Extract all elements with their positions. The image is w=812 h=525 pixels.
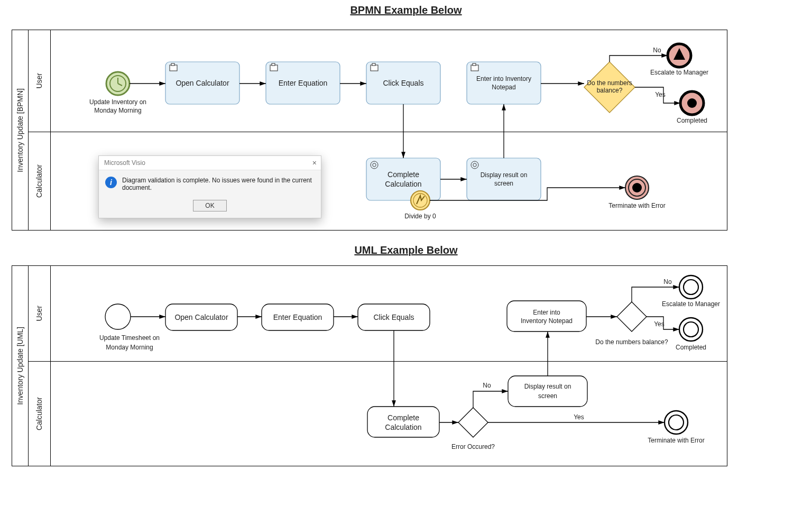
svg-text:Enter Equation: Enter Equation (273, 313, 322, 321)
uml-lane-calc-label: Calculator (28, 361, 50, 467)
bpmn-end-terminate (625, 176, 649, 199)
svg-rect-6 (171, 63, 174, 66)
uml-task-click-equals: Click Equals (358, 304, 430, 330)
bpmn-task-enter-inventory: Enter into Inventory Notepad (467, 62, 541, 104)
svg-point-58 (679, 275, 703, 299)
svg-text:Inventory Notepad: Inventory Notepad (521, 317, 573, 325)
svg-text:Complete: Complete (387, 170, 419, 179)
svg-marker-57 (617, 302, 647, 331)
uml-balance-yes-label: Yes (654, 320, 665, 328)
uml-pool: Inventory Update [UML] User Calculator U… (12, 265, 727, 466)
svg-point-60 (679, 318, 703, 341)
bpmn-task-display: Display result on screen (467, 158, 541, 200)
svg-rect-54 (507, 301, 586, 331)
uml-gateway-error (458, 408, 488, 437)
uml-gateway-balance (617, 302, 647, 331)
bpmn-section-title: BPMN Example Below (0, 4, 812, 16)
svg-rect-13 (371, 65, 378, 71)
uml-task-open-calc: Open Calculator (165, 304, 237, 330)
uml-section-title: UML Example Below (0, 244, 812, 256)
uml-task-enter-equation: Enter Equation (262, 304, 334, 330)
svg-rect-66 (508, 376, 587, 407)
uml-start-label-l1: Update Timesheet on (99, 334, 160, 342)
bpmn-error-event-divide0 (411, 191, 430, 210)
info-icon: i (105, 177, 117, 188)
uml-balance-no-label: No (663, 278, 672, 285)
visio-dialog: Microsoft Visio × i Diagram validation i… (98, 155, 321, 218)
bpmn-task-enter-equation: Enter Equation (266, 62, 340, 104)
svg-rect-33 (467, 158, 541, 200)
uml-terminate-label: Terminate with Error (648, 437, 704, 444)
uml-task-enter-inventory: Enter into Inventory Notepad (507, 301, 586, 331)
svg-rect-10 (272, 63, 275, 66)
uml-gateway-error-label: Error Occured? (451, 443, 495, 450)
bpmn-end-completed-label: Completed (677, 117, 707, 124)
bpmn-pool: Inventory Update [BPMN] User Calculator … (12, 30, 727, 231)
dialog-ok-button[interactable]: OK (193, 200, 226, 211)
svg-rect-28 (366, 158, 440, 200)
svg-point-42 (632, 183, 642, 192)
uml-gateway-balance-label: Do the numbers balance? (595, 338, 668, 346)
dialog-title-text: Microsoft Visio (104, 159, 145, 167)
uml-end-escalate-label: Escalate to Manager (662, 300, 720, 308)
bpmn-terminate-label: Terminate with Error (608, 202, 665, 209)
uml-end-escalate (679, 275, 703, 299)
svg-text:Calculation: Calculation (385, 423, 421, 431)
bpmn-flow-no-label: No (653, 47, 661, 54)
svg-text:screen: screen (494, 180, 513, 187)
svg-text:Enter Equation: Enter Equation (279, 79, 328, 87)
uml-start-label-l2: Monday Morning (106, 344, 153, 351)
svg-text:Complete: Complete (387, 413, 419, 422)
svg-text:balance?: balance? (597, 87, 623, 94)
svg-text:screen: screen (538, 392, 557, 400)
uml-flow-no-label: No (483, 382, 491, 389)
svg-point-27 (687, 98, 697, 108)
uml-end-completed (679, 318, 703, 341)
svg-point-69 (665, 411, 688, 434)
bpmn-gateway-balance: Do the numbers balance? (584, 62, 635, 113)
svg-text:Click Equals: Click Equals (383, 79, 423, 87)
bpmn-lane-calc-label: Calculator (28, 132, 50, 231)
bpmn-start-label-l1: Update Inventory on (89, 98, 146, 106)
bpmn-start-event (106, 72, 130, 95)
bpmn-start-label-l2: Monday Morning (94, 107, 141, 114)
svg-rect-14 (372, 63, 375, 66)
uml-task-complete: Complete Calculation (367, 407, 439, 437)
bpmn-task-complete: Complete Calculation (366, 158, 440, 200)
svg-text:Enter into: Enter into (533, 309, 560, 316)
svg-rect-9 (270, 65, 278, 71)
svg-text:Open Calculator: Open Calculator (176, 79, 229, 87)
svg-rect-5 (170, 65, 177, 71)
svg-text:Do the numbers: Do the numbers (587, 79, 632, 87)
svg-rect-62 (367, 407, 439, 437)
uml-pool-label: Inventory Update [UML] (12, 266, 29, 466)
bpmn-end-escalate-label: Escalate to Manager (650, 69, 708, 76)
svg-text:Click Equals: Click Equals (373, 313, 414, 321)
svg-text:Open Calculator: Open Calculator (174, 313, 228, 321)
svg-text:Display result on: Display result on (481, 171, 528, 179)
uml-flow-yes-label: Yes (574, 413, 584, 421)
bpmn-end-completed (680, 91, 704, 115)
bpmn-divide0-label: Divide by 0 (404, 213, 436, 220)
bpmn-task-click-equals: Click Equals (366, 62, 440, 104)
svg-rect-17 (471, 65, 478, 71)
uml-end-terminate (665, 411, 688, 434)
uml-start-event (105, 304, 131, 329)
svg-text:Enter into Inventory: Enter into Inventory (476, 75, 531, 82)
bpmn-pool-label: Inventory Update [BPMN] (12, 30, 29, 230)
svg-rect-18 (473, 63, 476, 66)
dialog-close-icon[interactable]: × (312, 159, 317, 167)
uml-task-display: Display result on screen (508, 376, 587, 407)
dialog-message: Diagram validation is complete. No issue… (122, 177, 315, 191)
svg-text:Notepad: Notepad (492, 84, 515, 91)
bpmn-lane-user-label: User (28, 30, 50, 132)
bpmn-end-escalate (668, 44, 691, 67)
svg-text:Display result on: Display result on (524, 383, 571, 390)
svg-text:Calculation: Calculation (385, 180, 421, 188)
uml-canvas: Update Timesheet on Monday Morning Open … (50, 266, 728, 467)
bpmn-flow-yes-label: Yes (655, 91, 666, 98)
uml-lane-user-label: User (28, 266, 50, 361)
uml-end-completed-label: Completed (676, 344, 706, 351)
svg-marker-65 (458, 408, 488, 437)
bpmn-task-open-calc: Open Calculator (165, 62, 239, 104)
